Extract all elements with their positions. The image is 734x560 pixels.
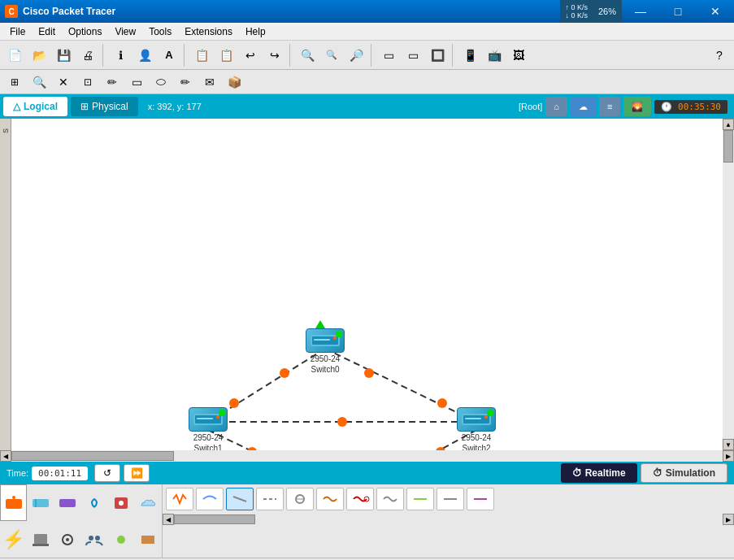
switch1-node[interactable]: 2950-24 Switch1 <box>189 407 228 450</box>
cable-console[interactable] <box>166 488 193 510</box>
dev-scroll-thumb[interactable] <box>174 514 255 524</box>
save-button[interactable]: 💾 <box>52 44 75 67</box>
simulation-button[interactable]: ⏱ Simulation <box>641 463 727 483</box>
dev-scroll-right[interactable]: ▶ <box>723 514 734 525</box>
cable-serial-dce[interactable] <box>346 488 374 510</box>
dev-cat-enddevices[interactable] <box>27 521 54 558</box>
sidebar-label: S <box>2 128 10 133</box>
time-forward-button[interactable]: ⏩ <box>124 464 150 482</box>
hub-icon <box>58 496 77 510</box>
undo-button[interactable]: ↩ <box>239 44 262 67</box>
cable-straight[interactable] <box>196 488 224 510</box>
menu-file[interactable]: File <box>3 24 32 39</box>
menu-extensions[interactable]: Extensions <box>178 24 239 39</box>
user-button[interactable]: 👤 <box>133 44 156 67</box>
switch2-node[interactable]: 2950-24 Switch2 <box>457 407 496 450</box>
clear-button[interactable]: ✕ <box>52 71 75 93</box>
scroll-track[interactable] <box>723 130 734 439</box>
cable-serial-dte[interactable] <box>376 488 404 510</box>
svg-rect-39 <box>33 544 49 546</box>
dev-scroll-track[interactable] <box>174 514 723 525</box>
minimize-button[interactable]: — <box>622 0 659 23</box>
cable-octal[interactable] <box>406 488 434 510</box>
canvas-area[interactable]: 2950-24 Switch0 2950-24 Switch1 <box>11 119 723 450</box>
dev-cat-cloud[interactable] <box>134 484 161 521</box>
dev-cat-security[interactable] <box>107 484 134 521</box>
zoom-out-button[interactable]: 🔎 <box>345 44 367 67</box>
shape-rect-button[interactable]: ▭ <box>125 71 148 93</box>
svg-point-9 <box>337 417 347 427</box>
paste-button[interactable]: 📋 <box>215 44 237 67</box>
dev-scroll-left[interactable]: ◀ <box>163 514 174 525</box>
switch0-node[interactable]: 2950-24 Switch0 <box>306 328 345 374</box>
scroll-up-arrow[interactable]: ▲ <box>723 119 734 130</box>
search-button[interactable]: 🔍 <box>28 71 50 93</box>
tabs-row: △ Logical ⊞ Physical x: 392, y: 177 [Roo… <box>0 94 734 119</box>
new-button[interactable]: 📄 <box>3 44 26 67</box>
nav-button-1[interactable]: ⌂ <box>545 97 567 116</box>
scroll-right-arrow[interactable]: ▶ <box>723 450 734 462</box>
menu-tools[interactable]: Tools <box>142 24 178 39</box>
app-icon: C <box>5 5 18 18</box>
dev-cat-custom2[interactable] <box>134 521 161 558</box>
close-button[interactable]: ✕ <box>697 0 734 23</box>
select-all-button[interactable]: ⊞ <box>3 71 26 93</box>
cable-iot[interactable] <box>467 488 494 510</box>
copy-button[interactable]: 📋 <box>190 44 213 67</box>
menu-edit[interactable]: Edit <box>32 24 62 39</box>
menu-view[interactable]: View <box>108 24 142 39</box>
menu-options[interactable]: Options <box>62 24 108 39</box>
select-button[interactable]: ⊡ <box>76 71 99 93</box>
email-button[interactable]: ✉ <box>198 71 221 93</box>
cable-crossover[interactable] <box>226 488 254 510</box>
dev-cat-custom1[interactable] <box>107 521 134 558</box>
pen-button[interactable]: ✏ <box>174 71 197 93</box>
rect2-button[interactable]: ▭ <box>402 44 424 67</box>
time-reset-button[interactable]: ↺ <box>94 464 120 482</box>
maximize-button[interactable]: □ <box>659 0 697 23</box>
screen-btn[interactable]: 📺 <box>483 44 506 67</box>
tab-logical[interactable]: △ Logical <box>3 97 67 116</box>
rect-button[interactable]: ▭ <box>377 44 400 67</box>
dev-cat-hubs[interactable] <box>54 484 80 521</box>
dev-cat-connections[interactable]: ⚡ <box>0 521 27 558</box>
redo-button[interactable]: ↪ <box>263 44 286 67</box>
scroll-down-arrow[interactable]: ▼ <box>723 439 734 450</box>
scroll-left-arrow[interactable]: ◀ <box>0 450 11 462</box>
dev-cat-switches[interactable] <box>27 484 54 521</box>
svg-point-8 <box>437 398 447 408</box>
zoom-fit-button[interactable]: 🔍 <box>320 44 343 67</box>
h-scroll-track[interactable] <box>11 450 723 462</box>
h-scroll-thumb[interactable] <box>11 451 174 461</box>
box-button[interactable]: 🔲 <box>426 44 449 67</box>
sep4 <box>371 44 374 67</box>
realtime-button[interactable]: ⏱ Realtime <box>561 463 637 483</box>
open-button[interactable]: 📂 <box>28 44 50 67</box>
shape-ellipse-button[interactable]: ⬭ <box>150 71 172 93</box>
draw-button[interactable]: ✏ <box>101 71 124 93</box>
nav-button-4[interactable]: 🌄 <box>623 97 651 116</box>
info-button[interactable]: ℹ <box>109 44 132 67</box>
dev-cat-wireless[interactable] <box>80 484 107 521</box>
print-button[interactable]: 🖨 <box>76 44 99 67</box>
cable-coax[interactable] <box>316 488 344 510</box>
menu-help[interactable]: Help <box>239 24 272 39</box>
font-button[interactable]: A <box>158 44 180 67</box>
cable-usb[interactable] <box>436 488 464 510</box>
nav-button-2[interactable]: ☁ <box>571 97 596 116</box>
switch0-label2: Switch0 <box>311 365 339 374</box>
help-icon-button[interactable]: ? <box>708 44 731 67</box>
device-btn[interactable]: 📱 <box>458 44 481 67</box>
switch1-icon <box>189 407 228 432</box>
zoom-in-button[interactable]: 🔍 <box>296 44 319 67</box>
image-btn[interactable]: 🖼 <box>507 44 530 67</box>
cable-fiber[interactable] <box>256 488 284 510</box>
nav-button-3[interactable]: ≡ <box>599 97 620 116</box>
dev-cat-components[interactable] <box>54 521 80 558</box>
dev-cat-routers[interactable] <box>0 484 27 521</box>
dev-cat-multiuser[interactable] <box>80 521 107 558</box>
scroll-thumb[interactable] <box>723 130 733 163</box>
package-button[interactable]: 📦 <box>223 71 245 93</box>
tab-physical[interactable]: ⊞ Physical <box>71 97 138 116</box>
cable-phone[interactable] <box>286 488 314 510</box>
